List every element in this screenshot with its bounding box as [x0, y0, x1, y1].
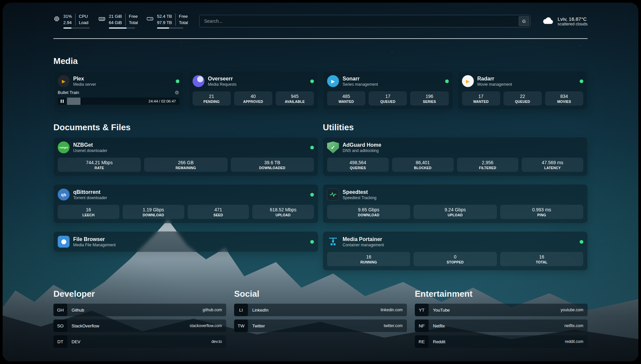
weather-widget: Lviv, 16.87°C scattered clouds	[542, 16, 588, 26]
ram-free-value: 21 GiB	[109, 14, 122, 20]
bookmark-linkedin[interactable]: LI LinkedIn linkedin.com	[234, 304, 407, 316]
ram-icon	[98, 15, 106, 23]
section-social: Social LI LinkedIn linkedin.com TW Twitt…	[234, 289, 407, 351]
portainer-desc: Container management	[343, 243, 384, 247]
sonarr-stat-queued: 17 QUEUED	[369, 91, 407, 106]
ram-total-label: Total	[129, 20, 138, 26]
snow-particles	[3, 3, 3, 3]
ram-free-label: Free	[129, 14, 138, 20]
cpu-icon	[53, 15, 60, 23]
nzbget-status-dot	[310, 146, 314, 149]
social-section-title: Social	[234, 289, 407, 299]
disk-free-label: Free	[179, 14, 188, 20]
adguard-stat-filtered: 2,956 FILTERED	[457, 158, 519, 172]
plex-now-playing-title: Bullet Train	[58, 90, 79, 95]
overseerr-name: Overseerr	[208, 76, 237, 82]
plex-playback-time: 24:44 / 02:06:47	[148, 99, 179, 103]
plex-status-dot	[176, 79, 179, 83]
plex-icon: ▶	[58, 75, 70, 87]
overseerr-desc: Media Requests	[208, 82, 237, 87]
documents-section-title: Documents & Files	[53, 122, 318, 133]
portainer-card[interactable]: Media Portainer Container management 16 …	[323, 231, 588, 270]
speedtest-card[interactable]: Speedtest Speedtest Tracking 9.65 Gbps D…	[323, 184, 588, 223]
bookmark-netflix[interactable]: NF Netflix netflix.com	[415, 319, 588, 332]
cpu-value: 31%	[63, 14, 72, 20]
filebrowser-status-dot	[310, 240, 314, 244]
radarr-card[interactable]: ▶ Radarr Movie management 17 WANTED	[458, 71, 588, 110]
twitter-badge: TW	[234, 319, 248, 332]
portainer-crane-icon	[327, 236, 339, 248]
search-engine-button[interactable]: G	[519, 16, 529, 26]
nzbget-name: NZBGet	[73, 142, 107, 148]
radarr-icon: ▶	[462, 75, 474, 87]
system-metrics: 31% 2.94 CPU Load	[53, 14, 188, 29]
plex-card[interactable]: ▶ Plex Media server Bullet Train ⚙	[53, 71, 184, 110]
disk-progress-fill	[157, 27, 169, 29]
qbittorrent-status-dot	[310, 193, 314, 197]
bookmark-youtube[interactable]: YT YouTube youtube.com	[415, 304, 588, 316]
section-entertainment: Entertainment YT YouTube youtube.com NF …	[415, 289, 588, 351]
adguard-name: AdGuard Home	[343, 142, 381, 148]
sonarr-name: Sonarr	[343, 76, 378, 82]
filebrowser-icon	[58, 236, 70, 248]
bookmark-twitter[interactable]: TW Twitter twitter.com	[234, 319, 407, 332]
stackoverflow-badge: SO	[53, 319, 67, 332]
bookmark-dev[interactable]: DT DEV dev.to	[53, 335, 226, 348]
qbittorrent-stat-upload: 618.52 Mbps UPLOAD	[252, 205, 314, 219]
radarr-stat-movies: 834 MOVIES	[545, 91, 583, 106]
portainer-status-dot	[580, 240, 583, 244]
nzbget-desc: Usenet downloader	[73, 148, 107, 153]
section-media: Media ▶ Plex Media server Bullet Train ⚙	[53, 56, 588, 110]
adguard-stat-queries: 498,564 QUERIES	[327, 158, 389, 172]
qbittorrent-card[interactable]: qb qBittorrent Torrent downloader 16 LEE…	[53, 184, 318, 223]
bookmark-github[interactable]: GH Github github.com	[53, 304, 226, 316]
linkedin-badge: LI	[234, 304, 248, 316]
pause-icon[interactable]	[61, 100, 64, 103]
nzbget-card[interactable]: nzbget NZBGet Usenet downloader 744.21 M…	[53, 137, 318, 176]
overseerr-card[interactable]: Overseerr Media Requests 21 PENDING 40 A…	[188, 71, 319, 110]
plex-player-bar[interactable]: 24:44 / 02:06:47	[58, 98, 179, 105]
sonarr-stat-series: 196 SERIES	[410, 91, 448, 106]
filebrowser-card[interactable]: File Browser Media File Management	[53, 231, 318, 252]
section-documents: Documents & Files nzbget NZBGet Usenet d…	[53, 122, 318, 270]
radarr-stat-wanted: 17 WANTED	[462, 91, 500, 106]
speedtest-name: Speedtest	[343, 189, 377, 195]
utilities-section-title: Utilities	[323, 122, 588, 133]
dev-badge: DT	[53, 335, 67, 348]
disk-progress-bar	[157, 27, 183, 29]
sonarr-card[interactable]: ▶ Sonarr Series management 485 WANTED	[323, 71, 453, 110]
weather-location: Lviv, 16.87°C	[558, 16, 588, 22]
qbittorrent-name: qBittorrent	[73, 189, 107, 195]
radarr-name: Radarr	[477, 76, 512, 82]
disk-metric: 52.4 TB 97.9 TB Free Total	[146, 14, 188, 29]
adguard-card[interactable]: ✓ AdGuard Home DNS and adblocking 498,56…	[323, 137, 588, 176]
cpu-label: CPU	[79, 14, 88, 20]
qbittorrent-stat-leech: 16 LEECH	[58, 205, 119, 219]
disk-icon	[146, 15, 154, 23]
ram-progress-bar	[109, 27, 135, 29]
search-bar[interactable]: G	[199, 15, 531, 27]
search-input[interactable]	[199, 15, 518, 27]
speedtest-stat-download: 9.65 Gbps DOWNLOAD	[327, 205, 410, 219]
qbittorrent-icon: qb	[58, 189, 70, 200]
bookmark-reddit[interactable]: RE Reddit reddit.com	[415, 335, 588, 348]
disk-total-label: Total	[179, 20, 188, 26]
portainer-stat-total: 16 TOTAL	[500, 252, 583, 266]
sonarr-stat-wanted: 485 WANTED	[327, 91, 365, 106]
top-bar: 31% 2.94 CPU Load	[53, 12, 588, 30]
nzbget-stat-rate: 744.21 Mbps RATE	[58, 158, 141, 172]
overseerr-stat-approved: 40 APPROVED	[234, 91, 272, 106]
plex-name: Plex	[73, 76, 96, 82]
radarr-status-dot	[580, 79, 583, 83]
gear-icon[interactable]: ⚙	[175, 90, 179, 95]
qbittorrent-stat-seed: 471 SEED	[188, 205, 249, 219]
section-developer: Developer GH Github github.com SO StackO…	[53, 289, 226, 351]
bookmark-stackoverflow[interactable]: SO StackOverflow stackoverflow.com	[53, 319, 226, 332]
section-utilities: Utilities ✓ AdGuard Home DNS and adblock…	[323, 122, 588, 270]
portainer-stat-running: 16 RUNNING	[327, 252, 410, 266]
portainer-name: Media Portainer	[343, 236, 384, 242]
filebrowser-name: File Browser	[73, 236, 116, 242]
sonarr-desc: Series management	[343, 82, 378, 87]
sonarr-status-dot	[445, 79, 449, 83]
youtube-badge: YT	[415, 304, 429, 316]
